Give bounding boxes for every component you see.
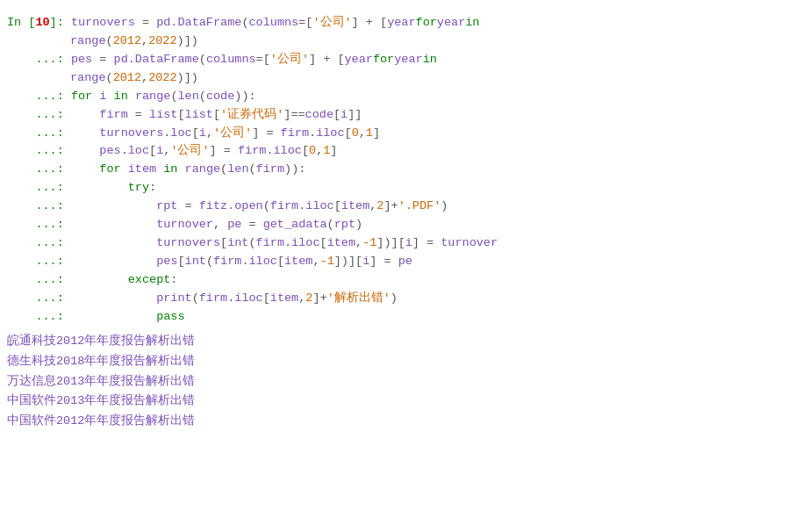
output-line-3: 万达信息2013年年度报告解析出错 <box>0 372 796 392</box>
output-line-5: 中国软件2012年年度报告解析出错 <box>0 412 796 432</box>
code-cell: In [10]: turnovers = pd.DataFrame(column… <box>0 9 796 332</box>
code-line-5: ...: for i in range(len(code)): <box>0 88 796 106</box>
code-line-11: ...: rpt = fitz.open(firm.iloc[item,2]+'… <box>0 198 796 216</box>
code-line-16: ...: print(firm.iloc[item,2]+'解析出错') <box>0 290 796 308</box>
code-line-6: ...: firm = list[list['证券代码']==code[i]] <box>0 106 796 125</box>
prompt-cont-13: ...: <box>7 234 71 253</box>
code-line-8: ...: pes.loc[i,'公司'] = firm.iloc[0,1] <box>0 142 796 161</box>
output-line-2: 德生科技2018年年度报告解析出错 <box>0 352 796 372</box>
code-line-2: range(2012,2022)]) <box>0 32 796 51</box>
code-line-14: ...: pes[int(firm.iloc[item,-1])][i] = p… <box>0 253 796 271</box>
output-block: 皖通科技2012年年度报告解析出错 德生科技2018年年度报告解析出错 万达信息… <box>0 332 796 433</box>
code-line-9: ...: for item in range(len(firm)): <box>0 161 796 179</box>
output-line-4: 中国软件2013年年度报告解析出错 <box>0 392 796 412</box>
prompt-cont-14: ...: <box>7 253 71 271</box>
prompt-cont-17: ...: <box>7 308 71 327</box>
prompt-cont-11: ...: <box>7 198 71 216</box>
prompt-cont-12: ...: <box>7 216 71 234</box>
prompt-cont-16: ...: <box>7 290 71 308</box>
code-line-4: range(2012,2022)]) <box>0 69 796 88</box>
code-line-3: ...: pes = pd.DataFrame(columns=['公司'] +… <box>0 51 796 69</box>
prompt-cont-15: ...: <box>7 271 71 290</box>
output-line-1: 皖通科技2012年年度报告解析出错 <box>0 332 796 352</box>
code-line-12: ...: turnover, pe = get_adata(rpt) <box>0 216 796 234</box>
code-line-15: ...: except: <box>0 271 796 290</box>
code-line-17: ...: pass <box>0 308 796 327</box>
prompt-cont-6: ...: <box>7 106 71 125</box>
prompt-cont-9: ...: <box>7 161 71 179</box>
code-line-10: ...: try: <box>0 179 796 198</box>
code-line-1: In [10]: turnovers = pd.DataFrame(column… <box>0 14 796 32</box>
prompt-cont-5: ...: <box>7 88 71 106</box>
code-content: turnovers <box>71 14 135 32</box>
prompt-cont-7: ...: <box>7 125 71 143</box>
prompt-cont-10: ...: <box>7 179 71 198</box>
prompt-in: In [10]: <box>7 14 71 32</box>
code-line-7: ...: turnovers.loc[i,'公司'] = firm.iloc[0… <box>0 125 796 143</box>
prompt-cont-8: ...: <box>7 142 71 161</box>
code-line-13: ...: turnovers[int(firm.iloc[item,-1])][… <box>0 234 796 253</box>
prompt-cont-3: ...: <box>7 51 71 69</box>
